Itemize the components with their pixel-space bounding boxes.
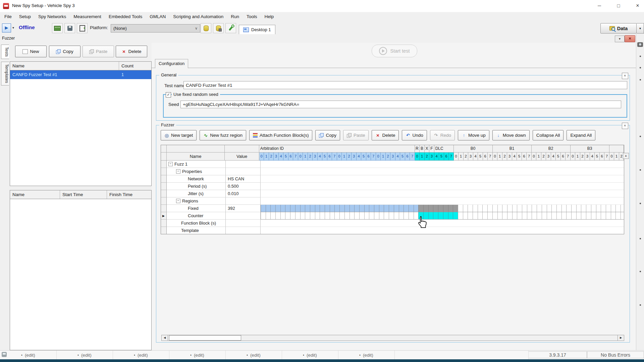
row-gutter-cell[interactable]: ▶ [161,212,167,220]
panel-collapse-button[interactable]: ▾ [615,36,625,42]
row-bit-area[interactable] [261,212,624,220]
database-button[interactable] [201,23,211,33]
row-bit-area[interactable] [261,197,624,205]
menu-help[interactable]: Help [261,12,278,21]
run-dropdown[interactable]: ▾ [11,23,16,32]
move-up-button[interactable]: ↑Move up [458,130,489,140]
copy-button[interactable]: Copy [315,130,340,140]
row-gutter-cell[interactable] [161,220,167,227]
row-name-cell[interactable]: Jitter (s) [167,190,226,197]
close-button[interactable]: × [632,1,643,10]
row-value-cell[interactable]: 0.010 [226,190,261,197]
delete-button[interactable]: ×Delete [372,130,399,140]
grid-scroll-up-button[interactable]: ▲ [623,153,629,159]
row-value-cell[interactable] [226,161,261,168]
menu-embedded-tools[interactable]: Embedded Tools [105,12,146,21]
new-fuzz-region-button[interactable]: ∿New fuzz region [200,130,246,140]
scroll-right-icon[interactable]: ▶ [618,335,624,341]
row-name-cell[interactable]: Fixed [167,205,226,212]
run-button[interactable]: ▶ [2,23,11,33]
menu-file[interactable]: File [1,12,15,21]
row-bit-area[interactable] [261,205,624,212]
row-value-cell[interactable]: 0.500 [226,183,261,190]
column-header-count[interactable]: Count [119,62,151,70]
start-test-button[interactable]: Start test [372,45,417,57]
menu-tools[interactable]: Tools [243,12,261,21]
row-value-cell[interactable] [226,168,261,175]
tools-button[interactable] [225,23,236,33]
row-name-cell[interactable]: Counter [167,212,226,220]
redo-button[interactable]: ↷Redo [430,130,455,140]
menu-spy-networks[interactable]: Spy Networks [35,12,70,21]
row-value-cell[interactable] [226,197,261,205]
row-bit-area[interactable] [261,175,624,183]
row-gutter-cell[interactable] [161,197,167,205]
row-value-cell[interactable] [226,227,261,234]
row-gutter-cell[interactable] [161,205,167,212]
test-name-input[interactable] [183,81,627,89]
row-bit-area[interactable] [261,190,624,197]
data-button[interactable]: Data [600,23,637,34]
row-name-cell[interactable]: −Regions [167,197,226,205]
row-gutter-cell[interactable] [161,161,167,168]
row-gutter-cell[interactable] [161,168,167,175]
row-bit-area[interactable] [261,220,624,227]
platform-select[interactable]: (None) ∨ [111,24,200,33]
row-value-cell[interactable]: HS CAN [226,175,261,183]
column-header-name[interactable]: Name [10,190,60,199]
row-value-cell[interactable] [226,212,261,220]
row-name-cell[interactable]: Template [167,227,226,234]
tree-expander-icon[interactable]: − [176,199,180,203]
paste-button[interactable]: Paste [343,130,369,140]
capture-icon[interactable] [637,42,643,47]
delete-button[interactable]: ×Delete [116,46,147,57]
tree-expander-icon[interactable]: − [176,169,180,174]
status-edit-segment[interactable]: •(edit) [113,351,169,359]
save-button[interactable] [64,23,75,33]
row-name-cell[interactable]: Function Block (s) [167,220,226,227]
expand-all-button[interactable]: Expand All [567,130,595,140]
column-header-start-time[interactable]: Start Time [60,190,107,199]
new-button[interactable]: New [15,46,47,57]
hardware-button[interactable] [52,23,63,33]
row-bit-area[interactable] [261,227,624,234]
row-gutter-cell[interactable] [161,227,167,234]
scroll-left-icon[interactable]: ◀ [162,335,168,341]
data-dropdown[interactable]: ▾ [637,23,644,34]
tab-desktop-1[interactable]: Desktop 1 [239,25,275,34]
row-gutter-cell[interactable] [161,183,167,190]
value-column-header[interactable]: Value [225,153,259,161]
name-column-header[interactable]: Name [167,153,225,161]
status-edit-segment[interactable]: •(edit) [282,351,338,359]
menu-setup[interactable]: Setup [15,12,35,21]
table-row[interactable]: CANFD Fuzzer Test #11 [10,70,151,79]
row-gutter-cell[interactable] [161,190,167,197]
row-name-cell[interactable]: Period (s) [167,183,226,190]
row-name-cell[interactable]: −Fuzz 1 [167,161,226,168]
status-edit-segment[interactable]: •(edit) [0,351,57,359]
tab-templates[interactable]: Templates [1,62,9,85]
minimize-button[interactable]: ─ [594,1,605,10]
row-gutter-cell[interactable] [161,175,167,183]
database-save-button[interactable] [213,23,224,33]
seed-input[interactable] [180,101,621,108]
collapse-all-button[interactable]: Collapse All [533,130,564,140]
column-header-finish-time[interactable]: Finish Time [107,190,151,199]
menu-gmlan[interactable]: GMLAN [146,12,169,21]
fixed-seed-checkbox[interactable]: ✓ [166,92,171,98]
menu-run[interactable]: Run [227,12,243,21]
menu-measurement[interactable]: Measurement [70,12,105,21]
general-collapse-button[interactable]: « [622,73,628,79]
logon-button[interactable] [77,23,88,33]
status-edit-segment[interactable]: •(edit) [56,351,113,359]
tab-tests[interactable]: Tests [1,45,9,59]
row-value-cell[interactable]: 392 [226,205,261,212]
copy-button[interactable]: Copy [49,46,80,57]
menu-scripting-and-automation[interactable]: Scripting and Automation [169,12,227,21]
fuzzer-collapse-button[interactable]: « [622,123,628,129]
status-edit-segment[interactable]: •(edit) [169,351,226,359]
grid-horizontal-scrollbar[interactable]: ◀ ▶ [161,335,624,341]
maximize-button[interactable]: □ [613,1,624,10]
row-value-cell[interactable] [226,220,261,227]
column-header-name[interactable]: Name [10,62,119,70]
